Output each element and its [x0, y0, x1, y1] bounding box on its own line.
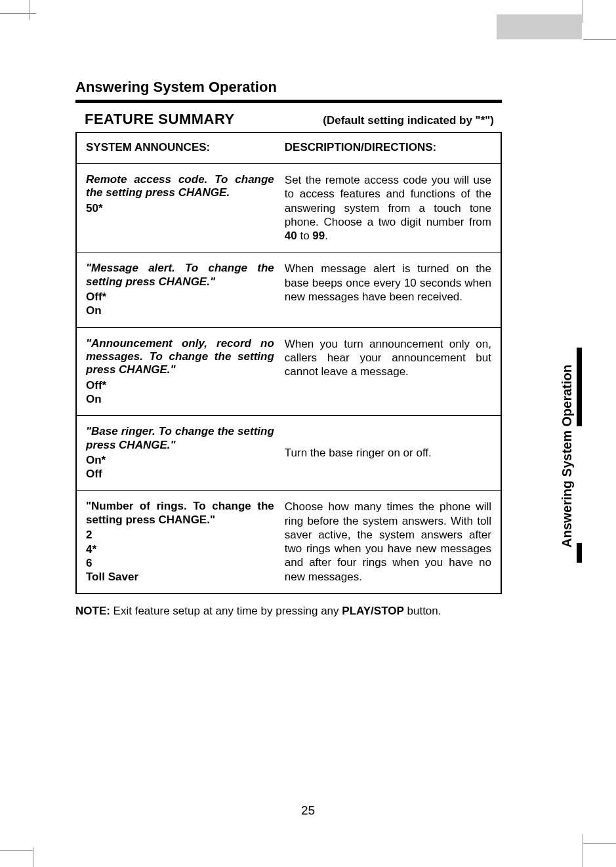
table-row: Remote access code. To change the settin… [77, 164, 501, 252]
description-text: Choose how many times the phone will rin… [285, 500, 491, 584]
side-tab-bar [577, 543, 582, 563]
crop-mark [583, 0, 583, 23]
crop-mark [30, 0, 30, 20]
section-rule [75, 100, 502, 103]
announce-text: "Message alert. To change the setting pr… [86, 262, 274, 289]
table-row: "Message alert. To change the setting pr… [77, 252, 501, 327]
announce-text: "Base ringer. To change the setting pres… [86, 425, 274, 452]
feature-table: SYSTEM ANNOUNCES: DESCRIPTION/DIRECTIONS… [75, 132, 502, 594]
section-title: Answering System Operation [75, 79, 502, 96]
announce-cell: "Message alert. To change the setting pr… [86, 262, 285, 317]
announce-cell: "Number of rings. To change the setting … [86, 500, 285, 584]
crop-mark [583, 834, 583, 867]
feature-title: FEATURE SUMMARY [85, 111, 235, 128]
announce-cell: Remote access code. To change the settin… [86, 173, 285, 243]
page-content: Answering System Operation FEATURE SUMMA… [75, 79, 502, 618]
description-cell: When you turn announcement only on, call… [285, 337, 491, 407]
description-text: When you turn announcement only on, call… [285, 337, 491, 379]
options-text: Off* On [86, 378, 274, 407]
description-cell: Choose how many times the phone will rin… [285, 500, 491, 584]
header-system-announces: SYSTEM ANNOUNCES: [86, 141, 285, 154]
note-text: NOTE: Exit feature setup at any time by … [75, 605, 502, 618]
announce-text: "Announcement only, record no messages. … [86, 337, 274, 377]
side-tab-bar [577, 348, 582, 426]
description-cell: Turn the base ringer on or off. [285, 446, 491, 460]
table-row: "Base ringer. To change the setting pres… [77, 416, 501, 491]
crop-mark [0, 850, 33, 851]
crop-mark [33, 847, 33, 867]
page-number: 25 [0, 803, 616, 818]
description-text: Turn the base ringer on or off. [285, 446, 491, 460]
description-text: When message alert is turned on the base… [285, 262, 491, 304]
description-text: Set the remote access code you will use … [285, 173, 491, 243]
announce-cell: "Announcement only, record no messages. … [86, 337, 285, 407]
announce-text: "Number of rings. To change the setting … [86, 500, 274, 527]
side-tab-label: Answering System Operation [560, 365, 575, 548]
announce-cell: "Base ringer. To change the setting pres… [86, 425, 285, 481]
crop-mark [0, 13, 36, 14]
description-cell: When message alert is turned on the base… [285, 262, 491, 317]
table-row: "Number of rings. To change the setting … [77, 491, 501, 593]
default-note: (Default setting indicated by "*") [323, 114, 494, 127]
header-description: DESCRIPTION/DIRECTIONS: [285, 141, 491, 154]
announce-text: Remote access code. To change the settin… [86, 173, 274, 200]
options-text: 2 4* 6 Toll Saver [86, 528, 274, 584]
options-text: Off* On [86, 290, 274, 318]
options-text: On* Off [86, 453, 274, 481]
table-row: "Announcement only, record no messages. … [77, 328, 501, 416]
header-gray-band [497, 14, 582, 39]
feature-header-row: FEATURE SUMMARY (Default setting indicat… [75, 110, 502, 128]
table-header-row: SYSTEM ANNOUNCES: DESCRIPTION/DIRECTIONS… [77, 133, 501, 164]
description-cell: Set the remote access code you will use … [285, 173, 491, 243]
crop-mark [583, 843, 616, 844]
options-text: 50* [86, 201, 274, 215]
crop-mark [583, 39, 616, 40]
